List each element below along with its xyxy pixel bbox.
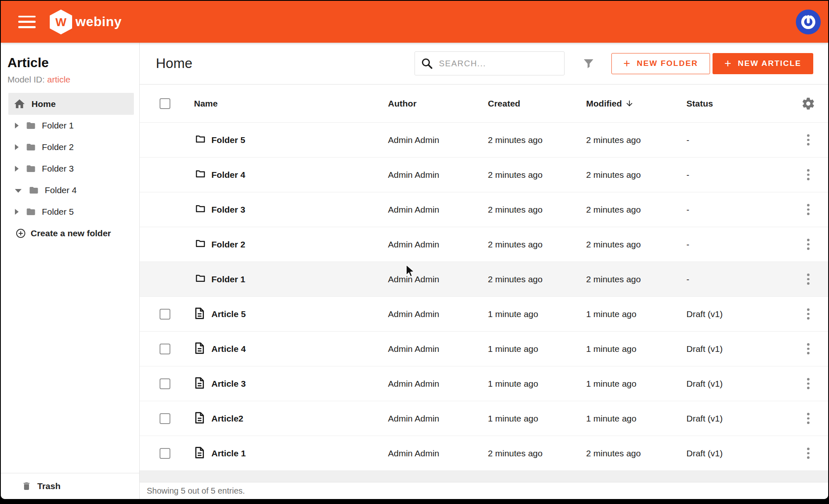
row-actions-menu-button[interactable] — [800, 341, 817, 357]
row-status: Draft (v1) — [686, 309, 788, 319]
table-row[interactable]: Folder 4 Admin Admin 2 minutes ago 2 min… — [140, 158, 828, 192]
sidebar-item-home[interactable]: Home — [8, 93, 134, 115]
caret-right-icon[interactable] — [15, 144, 19, 150]
trash-section: Trash — [1, 473, 139, 499]
row-author: Admin Admin — [388, 344, 488, 354]
document-icon — [194, 446, 205, 459]
hamburger-menu-icon[interactable] — [18, 16, 36, 28]
sort-desc-icon — [625, 99, 634, 108]
caret-down-icon[interactable] — [15, 189, 22, 193]
sidebar-item-folder[interactable]: Folder 3 — [1, 158, 139, 179]
folder-label: Folder 2 — [42, 142, 74, 152]
row-author: Admin Admin — [388, 170, 488, 180]
row-created: 2 minutes ago — [488, 240, 586, 250]
row-actions-menu-button[interactable] — [800, 445, 817, 462]
row-author: Admin Admin — [388, 309, 488, 319]
table-row[interactable]: Article 5 Admin Admin 1 minute ago 1 min… — [140, 297, 828, 332]
row-checkbox[interactable] — [160, 413, 170, 424]
app-window: W webiny Article Model ID: article — [1, 1, 828, 499]
row-actions-menu-button[interactable] — [800, 306, 817, 322]
row-created: 2 minutes ago — [488, 274, 586, 284]
document-icon — [194, 377, 205, 389]
row-checkbox[interactable] — [160, 344, 170, 354]
row-created: 1 minute ago — [488, 309, 586, 319]
row-actions-menu-button[interactable] — [800, 167, 817, 183]
table-row[interactable]: Folder 3 Admin Admin 2 minutes ago 2 min… — [140, 192, 828, 227]
folder-icon — [25, 142, 36, 152]
plus-icon: + — [725, 58, 732, 69]
plus-icon: + — [623, 58, 631, 69]
table-header: Name Author Created Modified Status — [140, 85, 828, 123]
table-row[interactable]: Article2 Admin Admin 1 minute ago 1 minu… — [140, 401, 828, 436]
folder-icon — [194, 203, 207, 214]
row-checkbox[interactable] — [160, 309, 170, 320]
create-folder-label: Create a new folder — [31, 228, 111, 238]
power-icon — [800, 14, 816, 30]
search-input[interactable] — [439, 59, 558, 68]
row-checkbox[interactable] — [160, 448, 170, 459]
table-row[interactable]: Article 3 Admin Admin 1 minute ago 1 min… — [140, 366, 828, 401]
new-folder-button[interactable]: + NEW FOLDER — [611, 53, 710, 74]
caret-right-icon[interactable] — [15, 209, 19, 215]
row-author: Admin Admin — [388, 448, 488, 458]
document-icon — [194, 412, 205, 424]
select-all-checkbox[interactable] — [160, 98, 170, 109]
table-row[interactable]: Article 1 Admin Admin 2 minutes ago 2 mi… — [140, 436, 828, 471]
folder-tree: Home Folder 1 Folder 2 Folder 3 Folder 4 — [1, 90, 139, 473]
caret-right-icon[interactable] — [15, 166, 19, 172]
entries-summary: Showing 5 out of 5 entries. — [147, 486, 245, 496]
model-id-label: Model ID: — [7, 75, 45, 84]
folder-icon — [194, 238, 207, 249]
row-name: Folder 3 — [211, 205, 388, 215]
user-avatar[interactable] — [796, 10, 821, 34]
row-modified: 1 minute ago — [586, 344, 686, 354]
new-article-label: NEW ARTICLE — [738, 59, 801, 68]
row-created: 2 minutes ago — [488, 448, 586, 458]
table-settings-button[interactable] — [800, 95, 817, 112]
row-created: 1 minute ago — [488, 379, 586, 389]
caret-right-icon[interactable] — [15, 123, 19, 128]
table-body: Folder 5 Admin Admin 2 minutes ago 2 min… — [140, 123, 828, 471]
row-actions-menu-button[interactable] — [800, 201, 817, 218]
folder-icon — [194, 168, 207, 179]
table-row[interactable]: Article 4 Admin Admin 1 minute ago 1 min… — [140, 332, 828, 366]
row-modified: 2 minutes ago — [586, 274, 686, 284]
sidebar-item-folder[interactable]: Folder 1 — [1, 115, 139, 136]
row-actions-menu-button[interactable] — [800, 271, 817, 288]
column-header-author[interactable]: Author — [388, 99, 488, 109]
row-author: Admin Admin — [388, 240, 488, 250]
row-actions-menu-button[interactable] — [800, 376, 817, 392]
row-author: Admin Admin — [388, 205, 488, 215]
horizontal-scrollbar[interactable] — [140, 471, 828, 482]
column-header-created[interactable]: Created — [488, 99, 586, 109]
trash-button[interactable]: Trash — [22, 481, 61, 492]
column-header-status[interactable]: Status — [686, 99, 788, 109]
row-status: - — [686, 135, 788, 145]
row-status: - — [686, 205, 788, 215]
row-created: 1 minute ago — [488, 414, 586, 424]
row-actions-menu-button[interactable] — [800, 410, 817, 427]
row-status: - — [686, 274, 788, 284]
sidebar-item-folder[interactable]: Folder 5 — [1, 201, 139, 223]
sidebar-item-folder[interactable]: Folder 4 — [1, 179, 139, 201]
table-row[interactable]: Folder 2 Admin Admin 2 minutes ago 2 min… — [140, 227, 828, 262]
table-row[interactable]: Folder 1 Admin Admin 2 minutes ago 2 min… — [140, 262, 828, 297]
row-actions-menu-button[interactable] — [800, 132, 817, 148]
row-author: Admin Admin — [388, 414, 488, 424]
create-folder-button[interactable]: Create a new folder — [1, 223, 139, 244]
sidebar: Article Model ID: article Home Folder 1 — [1, 43, 140, 499]
row-status: Draft (v1) — [686, 448, 788, 458]
folder-icon — [25, 164, 36, 174]
table-row[interactable]: Folder 5 Admin Admin 2 minutes ago 2 min… — [140, 123, 828, 158]
column-header-name[interactable]: Name — [194, 99, 388, 109]
column-header-modified[interactable]: Modified — [586, 99, 686, 109]
folder-icon — [25, 207, 36, 217]
row-checkbox[interactable] — [160, 378, 170, 389]
filter-button[interactable] — [580, 55, 597, 72]
webiny-logo: W webiny — [50, 10, 121, 34]
row-actions-menu-button[interactable] — [800, 236, 817, 253]
row-status: Draft (v1) — [686, 379, 788, 389]
sidebar-item-folder[interactable]: Folder 2 — [1, 136, 139, 158]
new-article-button[interactable]: + NEW ARTICLE — [713, 53, 813, 74]
row-status: Draft (v1) — [686, 414, 788, 424]
